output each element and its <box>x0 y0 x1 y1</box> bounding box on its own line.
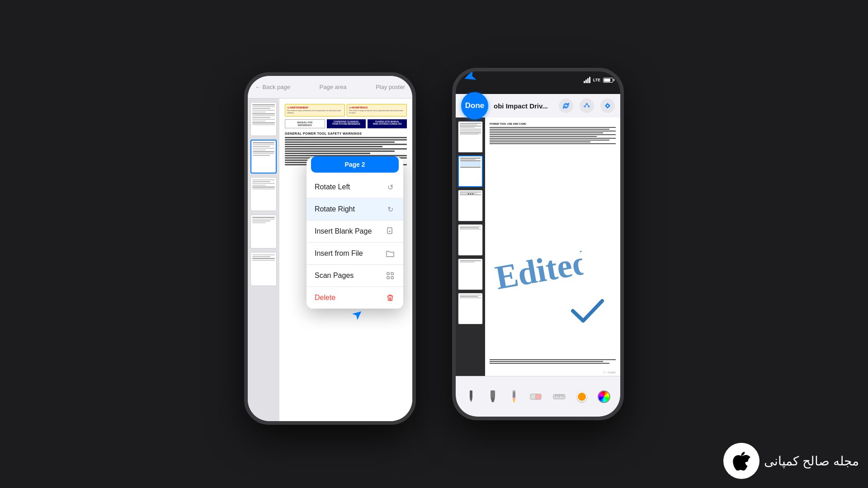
warning-box-2: ⚠ ADVERTENCIA Para reducir el riesgo de … <box>347 104 407 117</box>
scan-pages-item[interactable]: Scan Pages <box>307 265 403 287</box>
insert-blank-label: Insert Blank Page <box>315 227 372 235</box>
power-tool-title: POWER TOOL USE AND CARE <box>490 122 616 126</box>
ruler-tool[interactable] <box>553 393 566 400</box>
edited-watermark: Edited <box>494 335 611 345</box>
checkmark <box>571 297 607 326</box>
svg-rect-4 <box>391 272 393 275</box>
thumbnail-1[interactable] <box>250 102 277 136</box>
color-swatch[interactable] <box>577 392 587 402</box>
signal-bar-4 <box>589 77 590 83</box>
page-number: 2 — English <box>604 371 616 374</box>
doc-viewer: ← Back page Page area Play poster <box>248 76 412 421</box>
svg-text:Edited: Edited <box>492 243 585 296</box>
delete-item[interactable]: Delete <box>307 287 403 309</box>
rotate-left-item[interactable]: Rotate Left ↺ <box>307 176 403 198</box>
svg-marker-15 <box>470 399 472 402</box>
phone1-frame: ← Back page Page area Play poster <box>244 72 416 425</box>
svg-marker-17 <box>491 398 495 402</box>
insert-file-label: Insert from File <box>315 249 363 258</box>
back-page-label: ← Back page <box>255 84 290 90</box>
play-poster-label: Play poster <box>376 84 405 90</box>
svg-rect-6 <box>391 277 393 279</box>
doc-pages-area: ⚠ AVERTISSEMENT Pour réduire le risque d… <box>248 99 412 421</box>
phone2-thumb-2[interactable] <box>458 155 483 187</box>
doc-header: ← Back page Page area Play poster <box>248 76 412 99</box>
scan-pages-label: Scan Pages <box>315 272 354 280</box>
thumbnail-3[interactable] <box>250 177 277 211</box>
doc-text-area: POWER TOOL USE AND CARE <box>490 122 616 144</box>
phone1-wrapper: ← Back page Page area Play poster <box>244 72 416 425</box>
phone2-screen: LTE Done ➤ obi Impact Driv... <box>456 71 620 417</box>
edited-page: POWER TOOL USE AND CARE <box>485 117 620 376</box>
svg-point-8 <box>584 106 585 107</box>
apple-logo <box>723 443 760 479</box>
insert-blank-item[interactable]: Insert Blank Page <box>307 221 403 243</box>
manual-box-2: CONSERVER CE MANUELPOUR FUTURE RÉFÉRENCE <box>327 119 366 128</box>
svg-point-12 <box>607 105 609 107</box>
svg-rect-3 <box>387 272 389 275</box>
doc-thumbnails[interactable] <box>248 99 279 421</box>
phone2-toolbar <box>456 376 620 417</box>
marker-tool[interactable] <box>487 389 498 404</box>
done-btn-container: Done ➤ <box>461 92 488 119</box>
phone2-thumb-5[interactable] <box>458 258 483 290</box>
bottom-text <box>490 359 616 365</box>
phone2-thumb-3[interactable] <box>458 190 483 221</box>
done-button[interactable]: Done <box>461 92 488 119</box>
warning-box-1: ⚠ AVERTISSEMENT Pour réduire le risque d… <box>285 104 345 117</box>
scan-icon <box>385 271 395 281</box>
rotate-right-icon: ↻ <box>385 204 395 214</box>
manual-boxes: MANUAL FORREFERENCE CONSERVER CE MANUELP… <box>285 119 407 128</box>
page-area-label: Page area <box>320 84 347 90</box>
svg-rect-23 <box>536 394 541 399</box>
signal-bar-3 <box>587 78 589 83</box>
menu-header: Page 2 <box>311 156 399 173</box>
thumbnail-5[interactable] <box>250 252 277 286</box>
pencil-tool[interactable] <box>509 389 519 404</box>
warning-boxes: ⚠ AVERTISSEMENT Pour réduire le risque d… <box>285 104 407 117</box>
phone2-thumb-6[interactable] <box>458 293 483 324</box>
phone2-status-bar: LTE <box>456 71 620 94</box>
eraser-tool[interactable] <box>529 392 542 401</box>
rotate-left-icon: ↺ <box>385 182 395 192</box>
battery-fill <box>604 79 610 82</box>
nav-icons <box>559 99 615 113</box>
svg-line-10 <box>585 104 586 106</box>
phone2-main-view: POWER TOOL USE AND CARE <box>485 117 620 376</box>
reload-icon-btn[interactable] <box>559 99 573 113</box>
folder-icon <box>385 249 395 258</box>
phone2-content: POWER TOOL USE AND CARE <box>456 117 620 376</box>
navigation-icon-btn[interactable] <box>600 99 615 113</box>
rotate-right-item[interactable]: Rotate Right ↻ <box>307 198 403 221</box>
phone2-frame: LTE Done ➤ obi Impact Driv... <box>452 68 624 420</box>
section-heading: GENERAL POWER TOOL SAFETY WARNINGS <box>285 132 407 135</box>
phones-container: ← Back page Page area Play poster <box>244 63 624 425</box>
svg-point-9 <box>588 106 590 107</box>
status-bar-right: LTE <box>584 77 613 83</box>
signal-bars <box>584 77 590 83</box>
watermark-logo: مجله صالح کمپانی <box>723 443 859 479</box>
phone2-thumbnails[interactable] <box>456 117 485 376</box>
phone1-screen: ← Back page Page area Play poster <box>248 76 412 421</box>
thumbnail-4[interactable] <box>250 215 277 249</box>
svg-rect-21 <box>513 390 515 392</box>
rotate-left-label: Rotate Left <box>315 183 350 191</box>
battery-icon <box>603 78 613 83</box>
signal-bar-2 <box>585 80 587 83</box>
manual-box-1: MANUAL FORREFERENCE <box>285 119 325 128</box>
phone2-thumb-1[interactable] <box>458 121 483 153</box>
insert-blank-icon <box>385 226 395 236</box>
phone2-nav[interactable]: Done ➤ obi Impact Driv... <box>456 94 620 117</box>
share-icon-btn[interactable] <box>580 99 594 113</box>
delete-label: Delete <box>315 294 335 302</box>
trash-icon <box>385 293 395 303</box>
color-wheel[interactable] <box>598 390 610 403</box>
doc-main-content: ⚠ AVERTISSEMENT Pour réduire le risque d… <box>279 99 412 421</box>
thumbnail-2[interactable] <box>250 140 277 174</box>
manual-box-3: GUARDE ESTE MANUALPARA FUTURAS CONSULTAS <box>368 119 407 128</box>
insert-file-item[interactable]: Insert from File <box>307 243 403 265</box>
rotate-right-label: Rotate Right <box>315 205 355 213</box>
phone2-thumb-4[interactable] <box>458 224 483 256</box>
pen-tool[interactable] <box>466 389 476 404</box>
svg-rect-14 <box>470 390 472 399</box>
